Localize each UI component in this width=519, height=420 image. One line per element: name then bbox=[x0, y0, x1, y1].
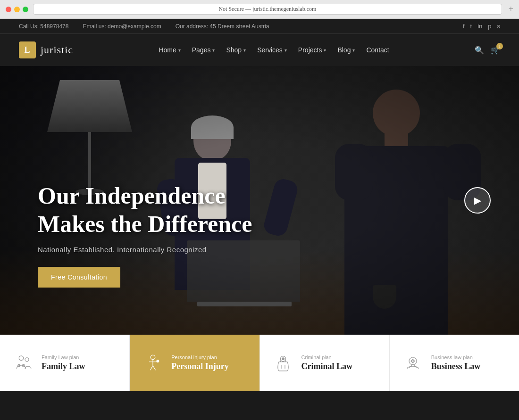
consultation-button[interactable]: Free Consultation bbox=[38, 267, 120, 288]
top-bar-contact: Call Us: 548978478 Email us: demo@exampl… bbox=[19, 23, 269, 30]
lamp-decoration bbox=[47, 80, 132, 195]
play-button[interactable]: ▶ bbox=[464, 187, 491, 214]
chevron-down-icon: ▾ bbox=[285, 48, 287, 53]
nav-services[interactable]: Services ▾ bbox=[257, 46, 287, 54]
play-icon: ▶ bbox=[474, 195, 481, 206]
main-nav: Home ▾ Pages ▾ Shop ▾ Services ▾ Project… bbox=[159, 46, 389, 54]
business-law-icon bbox=[401, 351, 425, 375]
maximize-button[interactable] bbox=[23, 7, 28, 12]
phone-info: Call Us: 548978478 bbox=[19, 23, 68, 30]
header: L juristic Home ▾ Pages ▾ Shop ▾ Service… bbox=[0, 33, 519, 66]
service-card-family[interactable]: Family Law plan Family Law bbox=[0, 335, 130, 391]
chevron-down-icon: ▾ bbox=[178, 48, 181, 53]
logo-icon: L bbox=[19, 41, 36, 58]
criminal-law-subtitle: Criminal plan bbox=[301, 354, 353, 360]
svg-point-1 bbox=[25, 358, 29, 362]
svg-point-7 bbox=[282, 358, 284, 360]
chevron-down-icon: ▾ bbox=[212, 48, 215, 53]
twitter-icon[interactable]: t bbox=[470, 23, 472, 30]
svg-point-0 bbox=[19, 356, 24, 361]
personal-injury-icon bbox=[141, 351, 165, 375]
cart-button[interactable]: 🛒 1 bbox=[491, 46, 500, 55]
logo[interactable]: L juristic bbox=[19, 41, 73, 58]
business-law-text: Business law plan Business Law bbox=[431, 354, 481, 371]
business-law-title: Business Law bbox=[431, 362, 481, 371]
family-law-subtitle: Family Law plan bbox=[42, 354, 85, 360]
hero-content: Our Independence Makes the Difference Na… bbox=[38, 181, 252, 288]
personal-injury-text: Personal injury plan Personal Injury bbox=[171, 354, 229, 371]
hero-section: Our Independence Makes the Difference Na… bbox=[0, 66, 519, 335]
search-button[interactable]: 🔍 bbox=[475, 46, 484, 55]
family-law-title: Family Law bbox=[42, 362, 85, 371]
linkedin-icon[interactable]: in bbox=[477, 23, 482, 30]
service-card-criminal[interactable]: Criminal plan Criminal Law bbox=[260, 335, 390, 391]
nav-projects[interactable]: Projects ▾ bbox=[298, 46, 326, 54]
email-info: Email us: demo@example.com bbox=[83, 23, 161, 30]
pinterest-icon[interactable]: p bbox=[488, 23, 491, 30]
hero-subtitle: Nationally Established. Internationally … bbox=[38, 246, 252, 254]
website: Call Us: 548978478 Email us: demo@exampl… bbox=[0, 19, 519, 420]
address-bar[interactable]: Not Secure — juristic.themegeniuslab.com bbox=[33, 4, 502, 15]
nav-shop[interactable]: Shop ▾ bbox=[226, 46, 246, 54]
service-cards: Family Law plan Family Law Personal inju… bbox=[0, 335, 519, 391]
new-tab-button[interactable]: + bbox=[509, 4, 513, 14]
nav-pages[interactable]: Pages ▾ bbox=[192, 46, 215, 54]
service-card-business[interactable]: Business law plan Business Law bbox=[390, 335, 519, 391]
criminal-law-text: Criminal plan Criminal Law bbox=[301, 354, 353, 371]
svg-point-4 bbox=[151, 355, 155, 360]
family-law-text: Family Law plan Family Law bbox=[42, 354, 85, 371]
family-law-icon bbox=[11, 351, 35, 375]
cart-badge: 1 bbox=[496, 43, 503, 49]
criminal-law-title: Criminal Law bbox=[301, 362, 353, 371]
facebook-icon[interactable]: f bbox=[463, 23, 465, 30]
chevron-down-icon: ▾ bbox=[324, 48, 326, 53]
criminal-law-icon bbox=[271, 351, 295, 375]
chevron-down-icon: ▾ bbox=[243, 48, 246, 53]
close-button[interactable] bbox=[6, 7, 11, 12]
nav-contact[interactable]: Contact bbox=[366, 46, 389, 54]
social-links: f t in p s bbox=[463, 23, 500, 30]
top-bar: Call Us: 548978478 Email us: demo@exampl… bbox=[0, 19, 519, 33]
personal-injury-title: Personal Injury bbox=[171, 362, 229, 371]
personal-injury-subtitle: Personal injury plan bbox=[171, 354, 229, 360]
logo-name: juristic bbox=[41, 44, 73, 56]
nav-blog[interactable]: Blog ▾ bbox=[337, 46, 355, 54]
nav-icons: 🔍 🛒 1 bbox=[475, 46, 500, 55]
browser-chrome: Not Secure — juristic.themegeniuslab.com… bbox=[0, 0, 519, 19]
service-card-personal[interactable]: Personal injury plan Personal Injury bbox=[130, 335, 260, 391]
nav-home[interactable]: Home ▾ bbox=[159, 46, 180, 54]
skype-icon[interactable]: s bbox=[497, 23, 501, 30]
svg-point-9 bbox=[411, 360, 414, 362]
address-info: Our address: 45 Dreem street Austria bbox=[176, 23, 269, 30]
minimize-button[interactable] bbox=[14, 7, 20, 12]
traffic-lights bbox=[6, 7, 28, 12]
chevron-down-icon: ▾ bbox=[352, 48, 355, 53]
hero-title: Our Independence Makes the Difference bbox=[38, 181, 252, 238]
business-law-subtitle: Business law plan bbox=[431, 354, 481, 360]
